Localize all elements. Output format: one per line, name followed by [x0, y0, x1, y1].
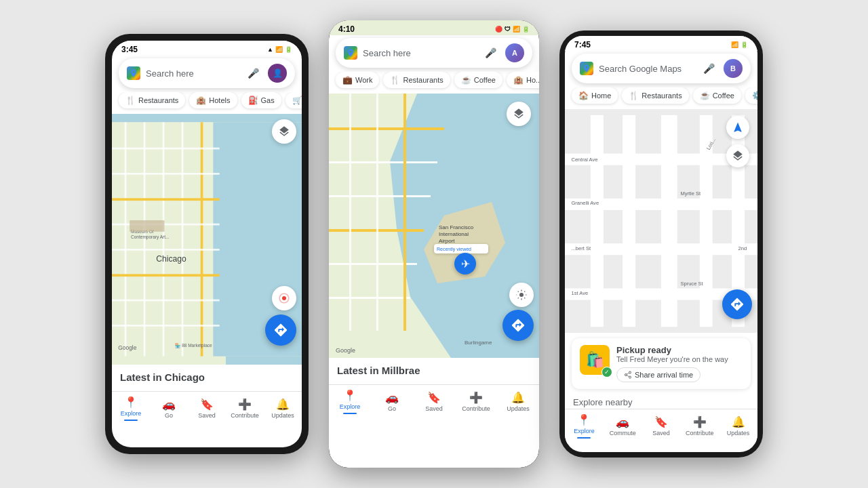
nav-explore-2[interactable]: 📍 Explore [335, 389, 365, 414]
nav-saved-1[interactable]: 🔖 Saved [192, 398, 222, 419]
directions-button-3[interactable] [722, 289, 752, 319]
svg-rect-31 [329, 297, 410, 299]
chip-restaurants-3[interactable]: 🍴Restaurants [622, 87, 688, 104]
status-bar-2: 4:10 🔴🛡📶🔋 [329, 20, 539, 35]
avatar-3[interactable]: B [724, 59, 743, 78]
svg-point-42 [519, 293, 524, 297]
chip-hotels-1[interactable]: 🏨Hotels [189, 92, 237, 108]
nav-explore-1[interactable]: 📍 Explore [116, 396, 146, 421]
search-bar-3[interactable]: Search Google Maps 🎤 B [572, 54, 751, 83]
svg-text:1st Ave: 1st Ave [571, 290, 588, 296]
search-text-2: Search here [363, 48, 475, 58]
nav-commute-3[interactable]: 🚗 Commute [608, 415, 637, 436]
svg-text:Airport: Airport [439, 238, 455, 244]
nav-contribute-1[interactable]: ➕ Contribute [230, 398, 260, 419]
nav-updates-3[interactable]: 🔔 Updates [724, 415, 753, 436]
search-bar-1[interactable]: Search here 🎤 👤 [119, 58, 295, 88]
svg-rect-32 [349, 94, 351, 331]
svg-text:Google: Google [336, 347, 355, 354]
svg-rect-6 [182, 122, 184, 356]
nav-contribute-2[interactable]: ➕ Contribute [461, 391, 491, 412]
chip-restaurants-2[interactable]: 🍴Restaurants [383, 72, 450, 88]
chip-coffee-2[interactable]: ☕Coffee [454, 72, 502, 88]
status-icons-2: 🔴🛡📶🔋 [495, 26, 530, 33]
svg-line-65 [627, 375, 629, 377]
pickup-subtitle: Tell Fred Meyer you're on the way [616, 355, 743, 363]
svg-rect-3 [125, 122, 127, 356]
map-street: Lori... Central Ave Granelli Ave Myrtle … [565, 109, 757, 333]
nav-go-2[interactable]: 🚗 Go [377, 391, 407, 412]
location-button-1[interactable] [272, 286, 296, 310]
svg-rect-7 [201, 122, 203, 356]
bottom-title-1: Latest in Chicago [120, 371, 294, 383]
status-bar-1: 3:45 ▲📶🔋 [112, 41, 302, 56]
layers-button-2[interactable] [507, 102, 531, 126]
time-3: 7:45 [574, 40, 591, 49]
svg-line-66 [627, 373, 629, 374]
search-text-1: Search here [146, 68, 238, 79]
svg-rect-10 [112, 198, 220, 201]
status-icons-1: ▲📶🔋 [267, 46, 292, 53]
share-arrival-button[interactable]: Share arrival time [616, 367, 701, 382]
map-chicago: Chicago Museum Of Contemporary Art... Go… [112, 114, 302, 365]
svg-rect-14 [112, 300, 220, 302]
bottom-sheet-2: Latest in Millbrae [329, 358, 539, 384]
svg-text:Myrtle St: Myrtle St [680, 190, 701, 197]
chip-restaurants-1[interactable]: 🍴Restaurants [119, 92, 185, 108]
svg-point-62 [629, 371, 631, 373]
bottom-nav-2: 📍 Explore 🚗 Go 🔖 Saved ➕ Contribute 🔔 Up… [329, 384, 539, 420]
chip-hotels-2[interactable]: 🏨Ho... [507, 72, 539, 88]
nav-go-1[interactable]: 🚗 Go [154, 398, 184, 419]
avatar-2[interactable]: A [505, 43, 524, 62]
chip-home-3[interactable]: 🏠Home [572, 87, 618, 104]
svg-text:...bert St: ...bert St [571, 245, 591, 251]
svg-rect-33 [376, 94, 378, 331]
svg-text:Chicago: Chicago [156, 254, 186, 264]
explore-nearby-label: Explore nearby [565, 394, 757, 409]
nav-contribute-3[interactable]: ➕ Contribute [685, 415, 715, 436]
chip-coffee-3[interactable]: ☕Coffee [693, 87, 741, 104]
maps-logo-3 [580, 62, 593, 75]
nav-saved-2[interactable]: 🔖 Saved [419, 391, 449, 412]
location-button-2[interactable] [509, 283, 534, 307]
avatar-1[interactable]: 👤 [268, 64, 287, 83]
bottom-nav-1: 📍 Explore 🚗 Go 🔖 Saved ➕ Contribute 🔔 Up… [112, 391, 302, 426]
nav-updates-1[interactable]: 🔔 Updates [268, 398, 298, 419]
pickup-card: 🛍️ ✓ Pickup ready Tell Fred Meyer you're… [572, 338, 751, 389]
pickup-check-icon: ✓ [601, 367, 612, 378]
svg-text:2nd: 2nd [738, 245, 747, 251]
svg-rect-27 [329, 161, 437, 163]
mic-icon-1[interactable]: 🎤 [243, 64, 262, 83]
pickup-title: Pickup ready [616, 345, 743, 355]
nav-saved-3[interactable]: 🔖 Saved [646, 415, 676, 436]
mic-icon-2[interactable]: 🎤 [481, 43, 500, 62]
nav-updates-2[interactable]: 🔔 Updates [503, 391, 533, 412]
bottom-nav-3: 📍 Explore 🚗 Commute 🔖 Saved ➕ Contribute… [565, 409, 757, 444]
svg-text:Granelli Ave: Granelli Ave [571, 200, 599, 206]
chip-work-2[interactable]: 💼Work [336, 72, 379, 88]
directions-button-2[interactable] [502, 310, 534, 341]
navigate-button-3[interactable] [726, 116, 749, 139]
status-bar-3: 7:45 📶🔋 [565, 36, 757, 51]
nav-explore-3[interactable]: 📍 Explore [569, 413, 599, 439]
svg-rect-51 [565, 243, 757, 255]
directions-button-1[interactable] [265, 314, 296, 346]
bottom-title-2: Latest in Millbrae [337, 365, 531, 376]
svg-point-63 [625, 374, 627, 376]
mic-icon-3[interactable]: 🎤 [699, 59, 718, 78]
time-2: 4:10 [338, 24, 355, 34]
chip-shop-1[interactable]: 🛒Shop [285, 92, 302, 108]
layers-button-3[interactable] [726, 144, 749, 167]
chip-filter-3[interactable]: ⚙️ [745, 87, 757, 104]
phone-nav: 7:45 📶🔋 Search Google Maps 🎤 B 🏠Home 🍴Re… [559, 30, 763, 458]
layers-button-1[interactable] [272, 119, 296, 144]
svg-text:San Francisco: San Francisco [439, 224, 474, 230]
svg-rect-34 [403, 94, 406, 331]
search-bar-2[interactable]: Search here 🎤 A [336, 38, 532, 68]
maps-logo-2 [344, 46, 357, 60]
svg-text:Central Ave: Central Ave [571, 157, 597, 163]
phone-chicago: 3:45 ▲📶🔋 Search here 🎤 👤 🍴Restaurants 🏨H… [105, 34, 309, 454]
chips-2: 💼Work 🍴Restaurants ☕Coffee 🏨Ho... [329, 72, 539, 94]
chip-gas-1[interactable]: ⛽Gas [241, 92, 281, 108]
pickup-info: Pickup ready Tell Fred Meyer you're on t… [616, 345, 743, 382]
